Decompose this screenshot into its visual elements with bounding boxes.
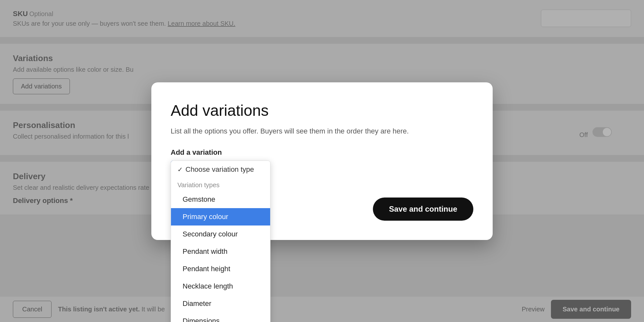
dropdown-menu: ✓ Choose variation type Variation types … — [171, 161, 270, 322]
modal-overlay: Add variations List all the options you … — [0, 0, 644, 322]
modal-subtitle: List all the options you offer. Buyers w… — [171, 127, 473, 135]
dropdown-item-secondary-colour[interactable]: Secondary colour — [171, 225, 270, 243]
dropdown-item-primary-colour[interactable]: Primary colour — [171, 208, 270, 225]
dropdown-item-choose[interactable]: ✓ Choose variation type — [171, 161, 270, 178]
dropdown-item-diameter[interactable]: Diameter — [171, 295, 270, 312]
dropdown-item-pendant-height[interactable]: Pendant height — [171, 260, 270, 278]
dropdown-item-dimensions[interactable]: Dimensions — [171, 312, 270, 322]
add-variation-label: Add a variation — [171, 148, 473, 157]
add-variations-modal: Add variations List all the options you … — [151, 82, 493, 240]
dropdown-item-pendant-width[interactable]: Pendant width — [171, 243, 270, 260]
checkmark-icon: ✓ — [177, 166, 183, 173]
dropdown-item-gemstone[interactable]: Gemstone — [171, 191, 270, 208]
variation-type-dropdown-wrapper: Choose variation type ✓ Choose variation… — [171, 161, 267, 178]
save-continue-modal-button[interactable]: Save and continue — [373, 198, 473, 221]
modal-title: Add variations — [171, 102, 473, 119]
dropdown-item-necklace-length[interactable]: Necklace length — [171, 278, 270, 295]
dropdown-header-variation-types: Variation types — [171, 178, 270, 191]
